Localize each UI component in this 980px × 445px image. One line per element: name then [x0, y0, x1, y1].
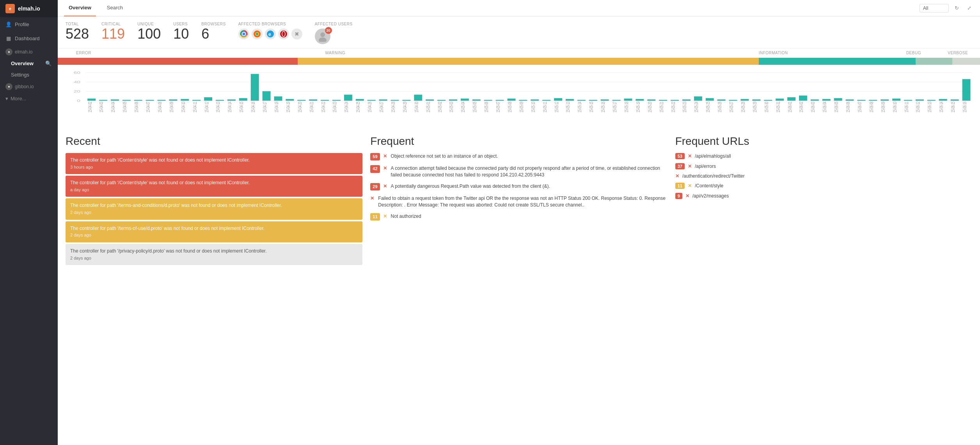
recent-item[interactable]: The controller for path '/terms-and-cond…	[66, 198, 362, 219]
warning-label: WARNING	[325, 51, 345, 55]
svg-rect-160	[904, 100, 912, 101]
sidebar-org-gibbonio: ● gibbon.io	[0, 80, 58, 92]
svg-point-2	[242, 33, 245, 36]
sidebar-org-elmahio: ● elmah.io	[0, 45, 58, 57]
svg-text:15-06-11: 15-06-11	[904, 101, 909, 112]
freq-message: Not authorized	[391, 213, 421, 220]
svg-rect-150	[846, 100, 854, 101]
svg-text:15-05-08: 15-05-08	[507, 101, 512, 112]
svg-rect-98	[542, 100, 550, 101]
frequent-item[interactable]: 29 ✕ A potentially dangerous Request.Pat…	[370, 183, 667, 190]
svg-text:15-05-31: 15-05-31	[776, 101, 781, 112]
svg-text:15-05-21: 15-05-21	[659, 101, 664, 112]
svg-point-5	[256, 33, 258, 35]
svg-text:15-04-15: 15-04-15	[239, 101, 244, 112]
profile-icon: 👤	[5, 21, 12, 27]
svg-text:15-04-04: 15-04-04	[110, 101, 115, 112]
sidebar-logo[interactable]: e elmah.io	[0, 0, 58, 17]
svg-text:15-05-30: 15-05-30	[764, 101, 769, 112]
frequent-item[interactable]: 59 ✕ Object reference not set to an inst…	[370, 153, 667, 160]
sidebar-item-profile[interactable]: 👤 Profile	[0, 17, 58, 31]
recent-message: The controller for path '/Content/style'…	[70, 180, 358, 186]
users-value: 10	[173, 27, 189, 41]
sidebar-item-label: Profile	[15, 21, 29, 27]
severity-verbose	[952, 58, 980, 65]
svg-rect-128	[717, 100, 726, 101]
svg-rect-118	[659, 100, 667, 101]
svg-text:15-04-13: 15-04-13	[215, 101, 220, 112]
debug-label: DEBUG	[906, 51, 921, 55]
url-item[interactable]: 9 ✕ /api/v2/messages	[675, 193, 972, 199]
svg-rect-132	[740, 99, 749, 101]
frequent-item[interactable]: ✕ Failed to obtain a request token from …	[370, 195, 667, 208]
verbose-label: VERBOSE	[948, 51, 968, 55]
search-icon[interactable]: 🔍	[44, 59, 52, 67]
svg-rect-146	[822, 99, 831, 101]
recent-message: The controller for path '/Content/style'…	[70, 157, 358, 164]
tab-overview[interactable]: Overview	[64, 0, 96, 16]
recent-item[interactable]: The controller for path '/Content/style'…	[66, 153, 362, 174]
url-item[interactable]: 53 ✕ /api/elmahlogs/all	[675, 153, 972, 159]
main-content: Overview Search All Error Warning Info D…	[58, 0, 980, 445]
svg-text:15-04-17: 15-04-17	[262, 101, 267, 112]
filter-dropdown[interactable]: All Error Warning Info Debug	[920, 4, 949, 12]
svg-text:15-06-02: 15-06-02	[799, 101, 804, 112]
refresh-button[interactable]: ↻	[952, 4, 961, 13]
svg-text:15-04-19: 15-04-19	[286, 101, 291, 112]
svg-rect-62	[332, 100, 341, 101]
settings-label: Settings	[11, 72, 29, 78]
svg-rect-20	[87, 98, 96, 101]
svg-rect-56	[297, 100, 305, 101]
expand-button[interactable]: ⤢	[964, 4, 974, 13]
sidebar-item-overview[interactable]: Overview 🔍	[0, 57, 58, 69]
svg-rect-34	[169, 100, 177, 101]
svg-text:15-04-27: 15-04-27	[379, 101, 384, 112]
svg-rect-124	[694, 96, 702, 101]
svg-rect-28	[134, 100, 142, 101]
severity-information	[759, 58, 916, 65]
sidebar-more[interactable]: ▾ More...	[0, 92, 58, 105]
svg-text:15-06-12: 15-06-12	[915, 101, 920, 112]
svg-rect-120	[671, 100, 679, 101]
sidebar: e elmah.io 👤 Profile ▦ Dashboard ● elmah…	[0, 0, 58, 445]
url-count: 11	[675, 183, 685, 189]
svg-text:15-05-05: 15-05-05	[472, 101, 477, 112]
url-item[interactable]: 37 ✕ /api/errors	[675, 163, 972, 169]
svg-text:15-05-02: 15-05-02	[437, 101, 442, 112]
recent-item[interactable]: The controller for path '/Content/style'…	[66, 176, 362, 197]
svg-text:15-05-23: 15-05-23	[682, 101, 687, 112]
affected-users-label: AFFECTED USERS	[315, 22, 353, 26]
recent-item[interactable]: The controller for path '/terms-of-use/d…	[66, 221, 362, 242]
logo-label: elmah.io	[18, 5, 40, 12]
svg-rect-78	[426, 100, 434, 101]
svg-text:15-05-11: 15-05-11	[542, 101, 547, 112]
freq-message: Failed to obtain a request token from th…	[378, 195, 667, 208]
frequent-item[interactable]: 11 ✕ Not authorized	[370, 213, 667, 221]
sidebar-item-dashboard[interactable]: ▦ Dashboard	[0, 31, 58, 45]
svg-text:0: 0	[77, 99, 80, 103]
url-path: /api/errors	[695, 164, 716, 169]
svg-text:15-06-01: 15-06-01	[787, 101, 792, 112]
frequent-item[interactable]: 42 ✕ A connection attempt failed because…	[370, 165, 667, 178]
svg-rect-58	[309, 100, 317, 101]
svg-text:15-04-10: 15-04-10	[181, 101, 186, 112]
recent-item[interactable]: The controller for path '/privacy-policy…	[66, 244, 362, 265]
svg-text:15-05-16: 15-05-16	[600, 101, 605, 112]
svg-text:15-04-16: 15-04-16	[250, 101, 256, 112]
tab-search[interactable]: Search	[102, 0, 128, 16]
sidebar-item-settings[interactable]: Settings	[0, 69, 58, 80]
svg-rect-130	[729, 100, 737, 101]
freq-count: 11	[370, 213, 380, 221]
url-item[interactable]: ✕ /authentication/redirect/Twitter	[675, 173, 972, 179]
svg-rect-64	[344, 94, 352, 101]
stat-unique: UNIQUE 100	[137, 22, 161, 41]
chart-svg: 60 40 20 0 15-04-0215-04-0315-04-0415-04…	[66, 69, 972, 119]
freq-x-icon: ✕	[383, 153, 387, 160]
ie-icon: e	[265, 28, 276, 39]
svg-rect-74	[402, 100, 410, 101]
svg-text:15-04-06: 15-04-06	[134, 101, 139, 112]
svg-text:15-05-07: 15-05-07	[495, 101, 501, 112]
svg-rect-42	[216, 100, 224, 101]
svg-text:15-04-23: 15-04-23	[332, 101, 337, 112]
url-item[interactable]: 11 ✕ /Content/style	[675, 183, 972, 189]
